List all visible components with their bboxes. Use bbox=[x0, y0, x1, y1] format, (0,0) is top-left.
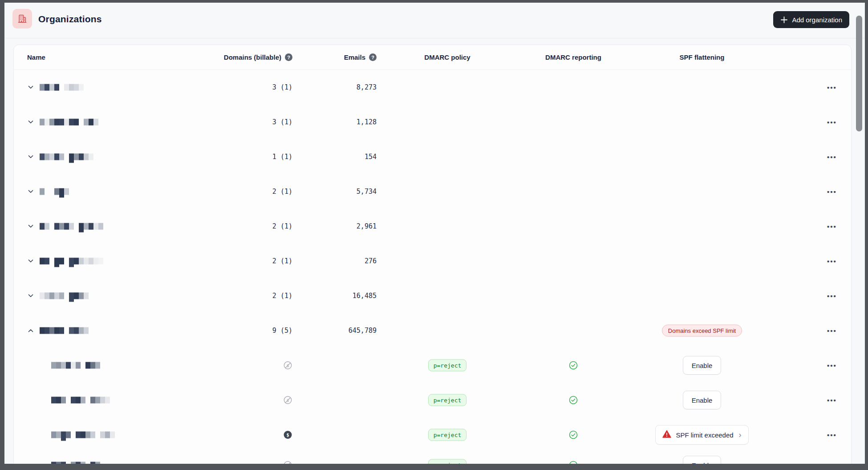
row-actions-menu-icon[interactable]: ••• bbox=[814, 223, 850, 230]
row-actions-menu-icon[interactable]: ••• bbox=[814, 431, 850, 439]
redaction-pixel bbox=[45, 223, 49, 230]
redaction-pixel bbox=[95, 397, 100, 404]
redaction-pixel bbox=[69, 293, 74, 302]
redaction-pixel bbox=[54, 154, 59, 160]
redaction-pixel bbox=[84, 154, 89, 160]
billable-icon: $ bbox=[283, 430, 292, 440]
redaction-pixel bbox=[79, 293, 84, 299]
spf-flattening-cell: SPF limit exceeded› bbox=[635, 425, 769, 445]
redaction-pixel bbox=[79, 223, 84, 233]
redaction-pixel bbox=[79, 154, 84, 160]
redaction-pixel bbox=[56, 432, 61, 438]
add-organization-button[interactable]: Add organization bbox=[773, 11, 849, 28]
expand-chevron[interactable] bbox=[27, 153, 36, 160]
help-icon[interactable]: ? bbox=[369, 53, 377, 61]
redaction-pixel bbox=[76, 397, 81, 404]
redaction-pixel bbox=[81, 362, 85, 369]
row-actions-menu-icon[interactable]: ••• bbox=[814, 362, 850, 369]
scrollbar-thumb[interactable] bbox=[856, 16, 862, 131]
redaction-pixel bbox=[76, 362, 81, 369]
page-title: Organizations bbox=[38, 14, 102, 25]
row-actions-menu-icon[interactable]: ••• bbox=[814, 327, 850, 335]
redaction-pixel bbox=[85, 462, 90, 464]
row-actions-menu-icon[interactable]: ••• bbox=[814, 462, 850, 464]
redaction-pixel bbox=[49, 188, 54, 195]
expand-chevron[interactable] bbox=[27, 223, 36, 230]
redaction-pixel bbox=[89, 223, 93, 230]
redaction-pixel bbox=[40, 188, 45, 195]
row-actions-menu-icon[interactable]: ••• bbox=[814, 396, 850, 404]
redaction-pixel bbox=[89, 154, 93, 160]
redacted-name bbox=[40, 84, 84, 91]
redaction-pixel bbox=[54, 258, 59, 267]
redaction-pixel bbox=[49, 223, 54, 230]
expand-chevron[interactable] bbox=[27, 292, 36, 299]
redaction-pixel bbox=[95, 432, 100, 438]
dmarc-policy-cell: p=reject bbox=[403, 360, 492, 372]
dmarc-reporting-cell bbox=[529, 430, 618, 440]
redaction-pixel bbox=[49, 258, 54, 265]
redaction-pixel bbox=[85, 432, 90, 438]
row-name bbox=[40, 186, 69, 198]
redaction-pixel bbox=[90, 397, 95, 404]
chevron-down-icon bbox=[27, 119, 34, 126]
org-row: 2 (1)276••• bbox=[14, 244, 851, 278]
domains-count: 3 (1) bbox=[192, 118, 292, 126]
row-name bbox=[40, 84, 84, 91]
redaction-pixel bbox=[100, 397, 105, 404]
redaction-pixel bbox=[66, 397, 71, 404]
chevron-right-icon: › bbox=[739, 431, 742, 439]
domains-exceed-spf-badge: Domains exceed SPF limit bbox=[662, 325, 742, 337]
redaction-pixel bbox=[54, 223, 59, 230]
redaction-pixel bbox=[110, 432, 115, 438]
row-actions-menu-icon[interactable]: ••• bbox=[814, 188, 850, 196]
redacted-name bbox=[51, 462, 100, 464]
header-divider bbox=[4, 38, 865, 38]
row-actions-menu-icon[interactable]: ••• bbox=[814, 292, 850, 300]
redaction-pixel bbox=[49, 327, 54, 334]
redaction-pixel bbox=[89, 119, 93, 126]
billable-status: $ bbox=[192, 461, 292, 464]
domains-count: 2 (1) bbox=[192, 188, 292, 196]
row-name bbox=[51, 429, 115, 441]
row-actions-menu-icon[interactable]: ••• bbox=[814, 257, 850, 265]
spf-limit-exceeded-button[interactable]: SPF limit exceeded› bbox=[655, 425, 748, 445]
app-viewport: Organizations Add organization Name Doma… bbox=[4, 3, 865, 464]
redaction-pixel bbox=[69, 327, 74, 334]
enable-spf-button[interactable]: Enable bbox=[683, 456, 722, 464]
emails-count: 8,273 bbox=[288, 83, 377, 91]
spf-limit-exceeded-label: SPF limit exceeded bbox=[676, 431, 733, 439]
collapse-chevron[interactable] bbox=[27, 327, 36, 334]
plus-icon bbox=[780, 16, 788, 24]
org-row: 2 (1)5,734••• bbox=[14, 174, 851, 209]
redaction-pixel bbox=[81, 397, 85, 404]
row-actions-menu-icon[interactable]: ••• bbox=[814, 84, 850, 91]
enable-spf-button[interactable]: Enable bbox=[683, 391, 722, 409]
org-row: 9 (5)645,789Domains exceed SPF limit••• bbox=[14, 313, 851, 348]
redaction-pixel bbox=[84, 223, 89, 230]
redaction-pixel bbox=[69, 154, 74, 163]
redaction-pixel bbox=[40, 84, 45, 91]
redaction-pixel bbox=[40, 293, 45, 299]
redaction-pixel bbox=[71, 397, 76, 404]
row-actions-menu-icon[interactable]: ••• bbox=[814, 153, 850, 161]
redacted-name bbox=[40, 327, 89, 334]
expand-chevron[interactable] bbox=[27, 119, 36, 126]
expand-chevron[interactable] bbox=[27, 188, 36, 195]
check-circle-icon bbox=[568, 395, 578, 405]
org-row: 1 (1)154••• bbox=[14, 139, 851, 174]
expand-chevron[interactable] bbox=[27, 257, 36, 265]
svg-text:$: $ bbox=[287, 463, 289, 464]
row-actions-menu-icon[interactable]: ••• bbox=[814, 119, 850, 126]
spf-flattening-cell: Enable bbox=[635, 456, 769, 464]
redaction-pixel bbox=[74, 223, 79, 230]
redaction-pixel bbox=[74, 84, 79, 91]
redaction-pixel bbox=[74, 119, 79, 126]
redaction-pixel bbox=[69, 258, 74, 267]
expand-chevron[interactable] bbox=[27, 84, 36, 91]
spf-flattening-cell: Enable bbox=[635, 391, 769, 409]
org-row: 3 (1)8,273••• bbox=[14, 70, 851, 105]
row-name bbox=[40, 290, 89, 302]
enable-spf-button[interactable]: Enable bbox=[683, 356, 722, 375]
redacted-name bbox=[40, 119, 98, 126]
